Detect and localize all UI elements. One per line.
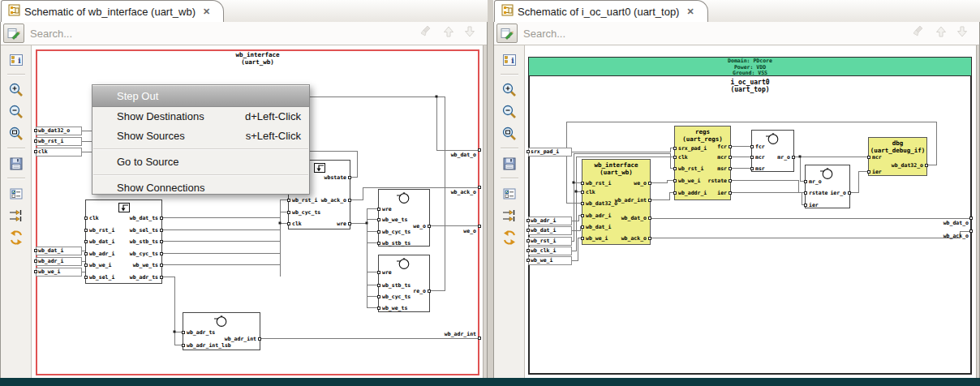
boundary-input-pin[interactable]	[34, 129, 37, 132]
save-icon[interactable]	[6, 153, 27, 174]
menu-item-show-connections[interactable]: Show Connections	[92, 178, 309, 198]
menu-item-step-out[interactable]: Step Out	[92, 86, 309, 107]
boundary-input-pin[interactable]	[34, 270, 37, 273]
boundary-output-pin[interactable]	[969, 229, 973, 233]
port-label: wb_stb_ts	[130, 238, 158, 245]
output-pin	[729, 191, 732, 195]
boundary-input-pin[interactable]	[527, 229, 530, 232]
arrow-up-icon[interactable]	[935, 25, 947, 41]
boundary-input-pin[interactable]	[34, 150, 37, 153]
boundary-output-label: wb_dat_o	[943, 220, 969, 226]
port-label: wb_sel_ts	[130, 227, 158, 234]
input-pin	[287, 211, 290, 214]
port-label: mr_o	[809, 178, 822, 185]
edit-search-button[interactable]	[3, 24, 24, 43]
input-pin	[377, 284, 380, 287]
output-pin	[428, 290, 431, 293]
filter-options-icon[interactable]	[6, 183, 27, 204]
block-wb-interface-block[interactable]: wb_interface(uart_wb)wb_rst_iclkwb_dat32…	[582, 159, 651, 245]
port-label: re_o	[413, 288, 426, 294]
boundary-input-pin[interactable]	[527, 259, 530, 262]
port-label: ier	[717, 190, 727, 196]
close-icon[interactable]: ✕	[686, 6, 694, 17]
input-pin	[581, 182, 584, 185]
port-label: ier_o	[830, 190, 846, 196]
port-label: wb_dat_o	[621, 215, 647, 221]
boundary-input-label: wb_we_i	[36, 268, 82, 277]
block-dbg-block[interactable]: dbg(uart_debug_if)mcrierwb_dat32_o	[868, 137, 927, 176]
tab-title: Schematic of i_oc_uart0 (uart_top)	[518, 6, 679, 18]
port-label: wb_we_ts	[133, 262, 158, 268]
schematic-canvas-wb-interface[interactable]: wb_interface (uart_wb) Step Out Show Des…	[32, 45, 483, 378]
menu-item-show-destinations[interactable]: Show Destinationsd+Left-Click	[92, 107, 309, 127]
schematic-canvas-i-oc-uart0[interactable]: Domain: PDcore Power: VDD Ground: VSS i_…	[525, 45, 976, 378]
port-label: wb_dat_i	[586, 224, 611, 230]
trace-arrows-icon[interactable]	[6, 205, 27, 225]
arrow-up-icon[interactable]	[443, 25, 454, 41]
zoom-out-icon[interactable]	[499, 101, 520, 122]
bottom-window-border	[0, 378, 980, 386]
schematic-icon	[501, 4, 514, 19]
tab-schematic-i-oc-uart0[interactable]: Schematic of i_oc_uart0 (uart_top) ✕	[494, 0, 708, 22]
menu-item-go-to-source[interactable]: Go to Source	[92, 152, 309, 172]
port-label: wre	[337, 221, 346, 227]
properties-icon[interactable]: i	[6, 49, 27, 70]
clear-highlight-icon[interactable]	[913, 25, 926, 41]
tab-schematic-wb-interface[interactable]: Schematic of wb_interface (uart_wb) ✕	[1, 0, 224, 22]
clear-highlight-icon[interactable]	[420, 25, 433, 41]
output-pin	[848, 191, 851, 195]
save-icon[interactable]	[499, 153, 520, 174]
block-we-gate[interactable]: wrewb_we_tswb_cyc_tswb_stb_tswe_o	[378, 189, 430, 247]
boundary-input-label: wb_clk_i	[528, 247, 572, 255]
boundary-input-pin[interactable]	[527, 249, 530, 252]
block-mr-gate[interactable]: fcrmcrmsrmr_o	[751, 130, 794, 172]
toolbar-separator	[7, 148, 25, 149]
output-pin	[160, 217, 163, 220]
boundary-input-pin[interactable]	[527, 150, 530, 153]
filter-options-icon[interactable]	[499, 183, 520, 204]
boundary-output-pin[interactable]	[969, 217, 973, 220]
output-pin	[925, 164, 928, 167]
trace-arrows-icon[interactable]	[499, 205, 520, 225]
properties-icon[interactable]: i	[499, 49, 520, 70]
search-input[interactable]	[27, 28, 420, 40]
reload-icon[interactable]	[6, 227, 27, 247]
search-input[interactable]	[520, 28, 913, 40]
port-label: mr_o	[777, 154, 790, 161]
menu-item-show-sources[interactable]: Show Sourcess+Left-Click	[92, 127, 309, 146]
block-adr-gate[interactable]: wb_adr_tswb_adr_int_lsbwb_adr_int	[183, 312, 260, 350]
boundary-input-pin[interactable]	[34, 249, 37, 252]
block-regs-block[interactable]: regs(uart_regs)srx_pad_iclkwb_rst_iwb_we…	[674, 126, 731, 200]
zoom-in-icon[interactable]	[499, 79, 520, 100]
arrow-down-icon[interactable]	[464, 25, 475, 41]
block-ier-gate[interactable]: mr_orstateierier_o	[805, 165, 850, 208]
logic-icon	[396, 257, 412, 273]
port-label: wb_rst_i	[678, 165, 703, 172]
port-label: clk	[89, 215, 99, 221]
boundary-input-pin[interactable]	[34, 139, 37, 143]
port-label: rstate	[809, 190, 827, 196]
zoom-in-icon[interactable]	[6, 79, 27, 100]
zoom-selection-icon[interactable]	[499, 123, 520, 144]
reload-icon[interactable]	[499, 227, 520, 247]
boundary-output-pin[interactable]	[478, 186, 481, 189]
block-title: dbg(uart_debug_if)	[869, 139, 926, 154]
zoom-out-icon[interactable]	[6, 101, 27, 122]
input-pin	[84, 264, 88, 267]
boundary-output-pin[interactable]	[478, 225, 481, 228]
edit-search-button[interactable]	[496, 24, 518, 43]
input-pin	[84, 276, 88, 279]
output-pin	[648, 182, 651, 185]
arrow-down-icon[interactable]	[956, 25, 968, 41]
boundary-output-pin[interactable]	[478, 337, 481, 340]
close-icon[interactable]: ✕	[203, 6, 210, 17]
block-reg-block[interactable]: clkwb_rst_iwb_dat_iwb_adr_iwb_we_iwb_sel…	[85, 199, 162, 284]
boundary-input-pin[interactable]	[34, 259, 37, 263]
boundary-input-pin[interactable]	[527, 219, 530, 222]
boundary-output-pin[interactable]	[478, 148, 481, 152]
port-label: wb_adr_i	[586, 212, 611, 219]
zoom-selection-icon[interactable]	[6, 123, 27, 144]
block-re-gate[interactable]: wrewb_stb_tswb_cyc_tswb_we_tsre_o	[378, 255, 430, 312]
boundary-input-pin[interactable]	[527, 239, 530, 242]
port-label: wb_stb_ts	[382, 240, 410, 247]
